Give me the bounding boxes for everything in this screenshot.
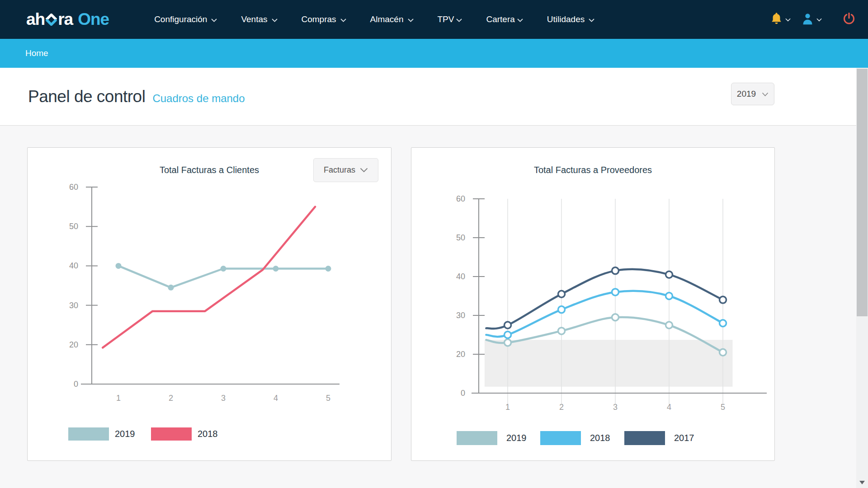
legend-label: 2018: [198, 429, 218, 439]
x-tick-label: 1: [505, 403, 510, 412]
y-tick-label: 30: [456, 311, 465, 320]
menu-item-tpv[interactable]: TPV: [438, 14, 462, 24]
shaded-band: [485, 340, 733, 387]
x-tick-label: 4: [274, 394, 278, 403]
providers-chart-card: Total Facturas a Proveedores 02030405060…: [411, 147, 775, 461]
series-line-2019: [118, 266, 328, 287]
data-point: [666, 293, 673, 300]
data-point: [558, 291, 565, 297]
data-point: [168, 285, 174, 291]
x-tick-label: 5: [326, 394, 330, 403]
x-tick-label: 5: [721, 403, 725, 412]
legend-entry-2018[interactable]: 2018: [151, 427, 218, 441]
top-nav: ah ra One Configuración Ventas Compras: [0, 0, 868, 39]
menu-item-cartera[interactable]: Cartera: [486, 14, 523, 24]
data-point: [505, 339, 511, 346]
menu-item-utilidades[interactable]: Utilidades: [547, 14, 594, 24]
series-line-2019: [486, 317, 723, 352]
chevron-down-icon: [360, 165, 368, 175]
legend-swatch: [624, 431, 665, 445]
user-icon: [802, 13, 814, 27]
year-dropdown-value: 2019: [737, 89, 756, 99]
brand-logo[interactable]: ah ra One: [26, 9, 109, 30]
arrow-down-icon: [859, 481, 865, 484]
menu-item-ventas[interactable]: Ventas: [241, 14, 277, 24]
data-point: [720, 349, 726, 356]
data-point: [558, 306, 565, 313]
data-point: [558, 328, 565, 334]
chevron-down-icon: [816, 15, 822, 23]
year-dropdown[interactable]: 2019: [731, 83, 774, 105]
series-line-2017: [486, 269, 723, 328]
legend-entry-2018[interactable]: 2018: [540, 431, 610, 445]
data-point: [666, 322, 673, 328]
facturas-dropdown-value: Facturas: [324, 165, 355, 175]
y-tick-label: 30: [69, 301, 78, 310]
data-point: [116, 263, 122, 269]
legend-label: 2019: [506, 433, 527, 443]
y-tick-label: 60: [456, 194, 465, 203]
y-tick-label: 60: [69, 183, 78, 192]
page-subtitle: Cuadros de mando: [152, 92, 245, 105]
chevron-down-icon: [272, 14, 278, 24]
data-point: [612, 267, 619, 274]
series-line-2018: [103, 207, 315, 348]
logo-product: One: [78, 10, 109, 29]
legend-swatch: [457, 431, 497, 445]
page-scrollbar[interactable]: [856, 68, 868, 488]
legend-swatch: [151, 427, 192, 441]
logo-text-right: ra: [58, 10, 73, 29]
legend-label: 2017: [674, 433, 694, 443]
breadcrumb: Home: [0, 39, 868, 68]
chevron-down-icon: [340, 14, 346, 24]
x-tick-label: 1: [116, 394, 121, 403]
y-tick-label: 40: [456, 272, 465, 281]
logo-diamond-icon: [45, 11, 57, 30]
scrollbar-down-button[interactable]: [856, 479, 868, 487]
logout-button[interactable]: [843, 12, 855, 27]
logo-text-left: ah: [26, 10, 45, 29]
page-title: Panel de control: [28, 87, 145, 106]
legend-label: 2018: [590, 433, 610, 443]
chevron-down-icon: [589, 14, 594, 24]
menu-item-almacen[interactable]: Almacén: [370, 14, 414, 24]
y-tick-label: 20: [456, 350, 465, 359]
legend-swatch: [540, 431, 581, 445]
x-tick-label: 3: [221, 394, 226, 403]
legend-swatch: [68, 427, 109, 441]
power-icon: [843, 12, 855, 27]
data-point: [326, 266, 331, 272]
chevron-down-icon: [456, 14, 462, 24]
menu-item-configuracion[interactable]: Configuración: [154, 14, 217, 24]
data-point: [720, 296, 726, 303]
chevron-down-icon: [762, 89, 769, 99]
chevron-down-icon: [517, 14, 523, 24]
x-tick-label: 4: [667, 403, 671, 412]
x-tick-label: 3: [613, 403, 618, 412]
data-point: [666, 271, 673, 278]
menu-item-compras[interactable]: Compras: [302, 14, 346, 24]
data-point: [720, 320, 726, 327]
nav-icon-area: [770, 12, 855, 27]
page-header: Panel de control Cuadros de mando 2019: [0, 68, 856, 126]
scrollbar-thumb[interactable]: [857, 69, 868, 316]
y-tick-label: 40: [69, 261, 78, 270]
chevron-down-icon: [211, 14, 217, 24]
data-point: [505, 332, 511, 338]
user-menu[interactable]: [802, 13, 822, 27]
chevron-down-icon: [408, 14, 414, 24]
legend-label: 2019: [115, 429, 135, 439]
clients-chart-card: Total Facturas a Clientes Facturas 02030…: [27, 147, 392, 461]
x-tick-label: 2: [169, 394, 173, 403]
clients-chart: 0203040506012345: [28, 148, 392, 461]
breadcrumb-home[interactable]: Home: [25, 48, 48, 58]
legend-entry-2017[interactable]: 2017: [624, 431, 694, 445]
series-line-2018: [486, 291, 723, 337]
y-tick-label: 0: [74, 380, 78, 389]
data-point: [505, 322, 511, 328]
notifications-menu[interactable]: [770, 12, 791, 27]
facturas-dropdown[interactable]: Facturas: [313, 158, 378, 182]
y-tick-label: 20: [69, 340, 78, 349]
legend-entry-2019[interactable]: 2019: [68, 427, 135, 441]
legend-entry-2019[interactable]: 2019: [457, 431, 527, 445]
